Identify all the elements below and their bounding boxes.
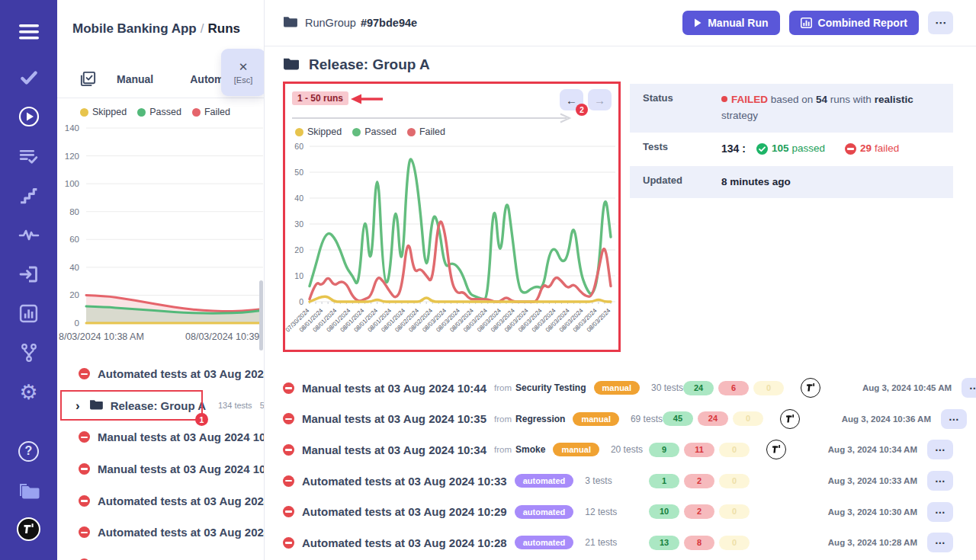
passed-legend-dot [352,128,361,136]
breadcrumb-project[interactable]: Mobile Banking App [72,21,197,36]
breadcrumb: Mobile Banking App/Runs [72,21,240,37]
manual-run-button[interactable]: Manual Run [682,11,779,35]
row-more-button[interactable]: ⋯ [941,409,967,429]
svg-text:60: 60 [69,235,79,244]
svg-text:0: 0 [75,318,79,328]
run-title: Manual tests at 03 Aug 2024 10:43 [98,430,265,443]
header-more-button[interactable]: ⋯ [928,11,953,34]
left-panel-scrollbar[interactable] [259,280,263,350]
result-pills: 120 [649,474,750,488]
run-type-badge: automated [515,505,574,519]
next-arrow-icon: → [594,94,605,107]
import-icon[interactable] [0,263,57,286]
activity-icon[interactable] [0,223,57,246]
failed-minus-icon [845,143,856,155]
failed-pill: 24 [698,411,728,426]
skipped-pill: 0 [733,411,763,426]
branch-icon[interactable] [0,341,57,364]
left-runs-list: Automated tests at 03 Aug 2024 10 › Rele… [57,358,265,560]
row-more-button[interactable]: ⋯ [927,471,953,491]
run-title[interactable]: Automated tests at 03 Aug 2024 10:33 [302,475,507,488]
svg-text:10: 10 [294,271,303,280]
question-glyph: ? [25,444,33,458]
run-timestamp: Aug 3, 2024 10:45 AM [837,383,952,392]
failed-status-icon [79,495,90,507]
tests-row: Tests 134 : 105 passed 29 failed [630,133,953,166]
result-pills: 1020 [649,504,750,519]
list-item[interactable]: Automated tests at 03 Aug 2024 10 [57,485,265,517]
run-timestamp: Aug 3, 2024 10:33 AM [803,476,917,485]
testomat-logo-icon[interactable] [0,517,57,540]
status-failed-badge: FAILED [731,94,768,105]
row-more-button[interactable]: ⋯ [927,533,953,552]
esc-tooltip: ✕ [Esc] [221,49,265,96]
tab-manual[interactable]: Manual [117,73,153,85]
list-item[interactable]: Manual tests at 03 Aug 2024 10:42 [57,453,265,485]
release-folder-icon [283,56,299,73]
failed-status-icon [283,413,294,424]
combined-report-button[interactable]: Combined Report [789,11,919,35]
help-icon[interactable]: ? [0,440,57,462]
updated-row: Updated 8 minutes ago [630,166,953,199]
run-from-label: from [494,414,512,424]
settings-gear-icon[interactable]: ⚙ [0,381,57,404]
menu-icon[interactable] [0,21,57,43]
prev-page-button[interactable]: ← 2 [560,89,583,110]
skipped-legend-dot [80,108,88,117]
row-more-button[interactable]: ⋯ [927,502,953,522]
run-title[interactable]: Manual tests at 03 Aug 2024 10:44 [302,382,486,395]
runs-trend-area-chart: 02040608010012014008/03/2024 10:38 AM08/… [59,120,263,346]
table-row[interactable]: Manual tests at 03 Aug 2024 10:34 from S… [265,434,976,466]
result-pills: 9110 [649,443,750,457]
list-check-icon[interactable] [0,145,57,168]
list-item[interactable]: Manual tests at 03 Aug 2024 10:43 [57,421,265,453]
play-circle-icon[interactable] [0,105,57,128]
rungroup-folder-icon [283,15,297,30]
skipped-legend-label: Skipped [92,107,127,117]
failed-status-icon [79,526,90,538]
list-item[interactable]: Automated tests at 03 Aug 2024 1 [57,549,265,560]
table-row[interactable]: Manual tests at 03 Aug 2024 10:35 from R… [265,404,976,435]
select-all-icon[interactable] [79,70,97,88]
run-title[interactable]: Automated tests at 03 Aug 2024 10:29 [302,505,507,518]
run-title[interactable]: Manual tests at 03 Aug 2024 10:35 [302,412,486,425]
manual-run-label: Manual Run [708,17,768,29]
run-title[interactable]: Manual tests at 03 Aug 2024 10:34 [302,443,486,456]
passed-check-icon [756,143,768,155]
run-title: Automated tests at 03 Aug 2024 10 [98,367,265,380]
table-row[interactable]: Manual tests at 03 Aug 2024 10:44 from S… [265,373,976,404]
row-more-button[interactable]: ⋯ [962,378,976,398]
table-row[interactable]: Automated tests at 03 Aug 2024 10:28 aut… [265,527,976,558]
skipped-legend-label: Skipped [307,126,342,137]
projects-folder-icon[interactable] [0,478,57,501]
annotation-arrow [348,93,386,108]
skipped-legend-dot [295,128,303,136]
check-icon[interactable] [0,66,57,89]
list-item[interactable]: Automated tests at 03 Aug 2024 10 [57,358,265,390]
chevron-right-icon[interactable]: › [75,399,80,412]
release-heading: Release: Group A [283,56,430,73]
run-title[interactable]: Automated tests at 03 Aug 2024 10:28 [302,536,507,549]
svg-text:120: 120 [65,152,79,161]
close-icon[interactable]: ✕ [239,61,249,72]
row-more-button[interactable]: ⋯ [927,440,953,459]
breadcrumb-separator: / [201,21,204,36]
passed-pill: 24 [683,381,714,395]
steps-icon[interactable] [0,184,57,207]
table-row[interactable]: Automated tests at 03 Aug 2024 10:29 aut… [265,496,976,527]
list-item[interactable]: Automated tests at 03 Aug 2024 10 [57,517,265,549]
tests-total: 134 : [721,141,746,158]
app-root: ⚙ ? Mobile Banking App/Runs Manual Autom… [0,0,976,560]
bar-chart-icon[interactable] [0,302,57,325]
runs-table: Manual tests at 03 Aug 2024 10:44 from S… [265,373,976,558]
status-label: Status [630,84,721,112]
passed-word: passed [791,141,825,157]
failed-pill: 6 [718,381,749,395]
passed-count: 105 [772,141,789,157]
failed-count: 29 [860,141,872,157]
next-page-button[interactable]: → [588,89,612,110]
table-row[interactable]: Automated tests at 03 Aug 2024 10:33 aut… [265,466,976,497]
list-item-release-group[interactable]: › Release: Group A 134 tests 54 r [57,390,265,422]
run-tests-count: 21 tests [585,537,617,548]
chart-pagination: ← 2 → [560,89,612,110]
